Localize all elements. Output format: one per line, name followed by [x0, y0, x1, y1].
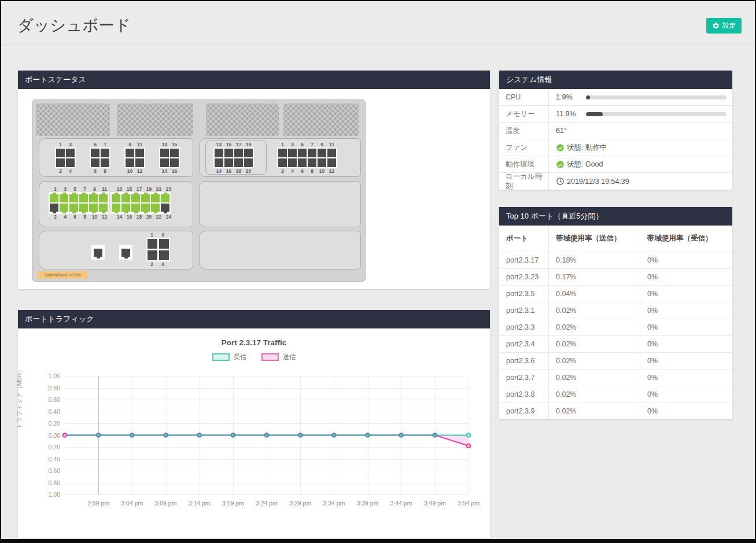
port[interactable] — [215, 158, 223, 167]
port[interactable] — [160, 149, 169, 157]
table-row[interactable]: port2.3.40.02%0% — [499, 336, 732, 353]
data-point[interactable] — [298, 433, 303, 437]
table-row[interactable]: port2.3.170.18%0% — [499, 252, 732, 269]
table-row[interactable]: port2.3.230.17%0% — [499, 269, 732, 286]
port-number: 10 — [126, 168, 134, 174]
port[interactable] — [147, 250, 157, 260]
port-number: 5 — [91, 142, 99, 147]
rj45-port[interactable] — [141, 194, 150, 202]
port[interactable] — [135, 158, 144, 167]
port[interactable] — [327, 149, 336, 157]
port[interactable] — [126, 149, 134, 157]
data-point[interactable] — [399, 433, 403, 437]
port[interactable] — [278, 149, 287, 157]
table-row[interactable]: port2.3.70.02%0% — [499, 370, 732, 386]
data-point[interactable] — [366, 433, 370, 437]
port[interactable] — [66, 158, 75, 167]
rj45-port[interactable] — [151, 194, 160, 202]
port[interactable] — [170, 158, 179, 167]
port[interactable] — [56, 149, 65, 157]
data-point[interactable] — [332, 433, 336, 437]
rj45-port[interactable] — [141, 204, 150, 212]
port[interactable] — [56, 158, 65, 167]
port[interactable] — [308, 149, 316, 157]
rj45-port[interactable] — [89, 204, 98, 212]
port[interactable] — [234, 158, 243, 167]
port[interactable] — [288, 149, 297, 157]
port[interactable] — [318, 149, 326, 157]
legend-item[interactable]: 受信 — [212, 353, 246, 361]
switch-chassis[interactable]: 1324576891110121315141613151719141618201… — [32, 99, 366, 282]
data-point-send[interactable] — [63, 433, 67, 437]
port[interactable] — [91, 149, 99, 157]
table-row[interactable]: port2.3.80.02%0% — [499, 386, 732, 403]
port-number: 20 — [145, 214, 153, 220]
rj45-port[interactable] — [121, 194, 130, 202]
port[interactable] — [308, 158, 316, 167]
rj45-port[interactable] — [60, 194, 68, 202]
settings-button[interactable]: 設定 — [706, 18, 742, 34]
port[interactable] — [244, 149, 253, 157]
table-row[interactable]: port2.3.60.02%0% — [499, 353, 732, 370]
port[interactable] — [66, 149, 75, 157]
rj45-port[interactable] — [79, 204, 88, 212]
rj45-port[interactable] — [50, 194, 58, 202]
data-point-send[interactable] — [467, 444, 471, 448]
rj45-port[interactable] — [112, 204, 120, 212]
port[interactable] — [244, 158, 253, 167]
port[interactable] — [135, 149, 144, 157]
rj45-port[interactable] — [121, 204, 130, 212]
rj45-port[interactable] — [151, 204, 160, 212]
port[interactable] — [91, 158, 99, 167]
port[interactable] — [170, 149, 179, 157]
data-point-receive[interactable] — [467, 433, 471, 437]
data-point[interactable] — [433, 433, 437, 437]
data-point[interactable] — [265, 433, 269, 437]
rj45-port[interactable] — [50, 204, 58, 212]
console-port[interactable] — [121, 249, 130, 257]
rj45-port[interactable] — [69, 194, 78, 202]
port[interactable] — [224, 158, 233, 167]
port[interactable] — [234, 149, 243, 157]
console-port[interactable] — [94, 249, 102, 257]
port-number: 11 — [100, 186, 109, 192]
rj45-port[interactable] — [60, 204, 68, 212]
rj45-port[interactable] — [161, 194, 169, 202]
port-number: 6 — [71, 214, 79, 220]
table-row[interactable]: port2.3.90.02%0% — [499, 403, 732, 419]
rj45-port[interactable] — [99, 194, 108, 202]
table-row[interactable]: port2.3.50.04%0% — [499, 286, 732, 302]
port[interactable] — [288, 158, 297, 167]
port[interactable] — [298, 158, 307, 167]
rj45-port[interactable] — [131, 204, 140, 212]
port[interactable] — [298, 149, 307, 157]
chart-plot-area[interactable]: 1.000.800.600.400.200.000.200.400.600.80… — [65, 376, 469, 494]
data-point[interactable] — [164, 433, 168, 437]
rj45-port[interactable] — [112, 194, 120, 202]
table-row[interactable]: port2.3.10.02%0% — [499, 302, 732, 319]
rj45-port[interactable] — [89, 194, 98, 202]
port[interactable] — [101, 149, 109, 157]
port[interactable] — [126, 158, 134, 167]
port[interactable] — [160, 158, 169, 167]
port[interactable] — [147, 239, 157, 249]
data-point[interactable] — [97, 433, 101, 437]
legend-item[interactable]: 送信 — [261, 353, 296, 361]
port[interactable] — [278, 158, 287, 167]
rj45-port[interactable] — [79, 194, 88, 202]
port[interactable] — [159, 250, 169, 260]
port[interactable] — [159, 239, 169, 249]
data-point[interactable] — [130, 433, 134, 437]
rj45-port[interactable] — [69, 204, 78, 212]
port[interactable] — [318, 158, 326, 167]
port[interactable] — [101, 158, 109, 167]
data-point[interactable] — [197, 433, 201, 437]
port[interactable] — [215, 149, 223, 157]
data-point[interactable] — [231, 433, 235, 437]
table-row[interactable]: port2.3.30.02%0% — [499, 319, 732, 336]
port[interactable] — [224, 149, 233, 157]
rj45-port[interactable] — [131, 194, 140, 202]
port[interactable] — [327, 158, 336, 167]
rj45-port[interactable] — [161, 204, 169, 212]
rj45-port[interactable] — [99, 204, 108, 212]
